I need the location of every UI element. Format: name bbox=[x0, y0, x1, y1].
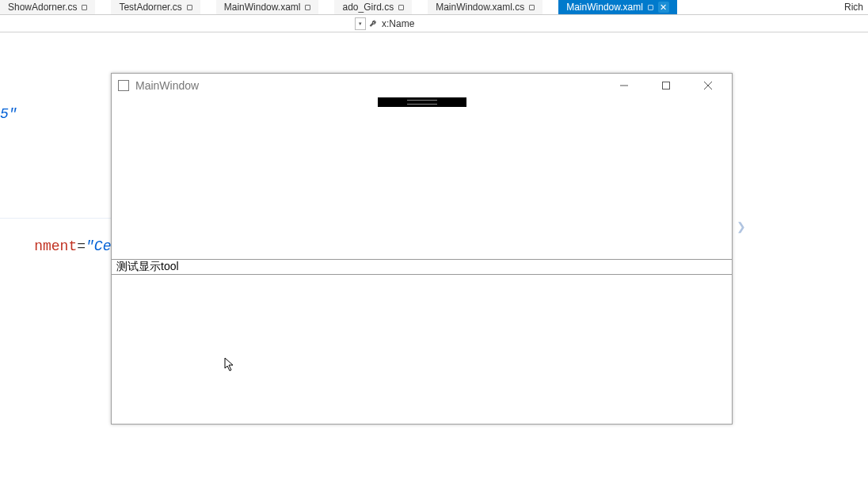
wrench-icon bbox=[369, 19, 379, 29]
tab-showadorner[interactable]: ShowAdorner.cs bbox=[0, 0, 95, 14]
tab-mainwindow-xaml[interactable]: MainWindow.xaml bbox=[216, 0, 319, 14]
pin-icon[interactable] bbox=[529, 5, 535, 10]
window-icon bbox=[118, 80, 129, 91]
editor-tab-strip: ShowAdorner.cs TestAdorner.cs MainWindow… bbox=[0, 0, 868, 15]
close-button[interactable] bbox=[690, 74, 725, 97]
pin-icon[interactable] bbox=[187, 5, 192, 10]
close-icon[interactable]: ✕ bbox=[658, 2, 669, 13]
tab-label: TestAdorner.cs bbox=[119, 2, 181, 13]
window-titlebar[interactable]: MainWindow bbox=[112, 74, 732, 97]
tab-mainwindow-xaml-active[interactable]: MainWindow.xaml ✕ bbox=[558, 0, 677, 14]
tab-ado-gird[interactable]: ado_Gird.cs bbox=[334, 0, 412, 14]
window-top-pane bbox=[112, 107, 732, 259]
tab-label: MainWindow.xaml bbox=[566, 2, 643, 13]
pin-icon[interactable] bbox=[648, 5, 653, 10]
svg-rect-1 bbox=[662, 82, 669, 89]
test-textbox[interactable] bbox=[112, 260, 732, 274]
drag-handle-icon[interactable] bbox=[378, 97, 466, 107]
window-title: MainWindow bbox=[135, 79, 199, 92]
pin-icon[interactable] bbox=[398, 5, 404, 10]
dropdown-icon[interactable]: ▾ bbox=[355, 17, 366, 30]
pin-icon[interactable] bbox=[305, 5, 310, 10]
tab-mainwindow-xaml-cs[interactable]: MainWindow.xaml.cs bbox=[428, 0, 542, 14]
marker-icon: ❯ bbox=[737, 220, 746, 233]
tab-label: MainWindow.xaml bbox=[224, 2, 301, 13]
tab-label: MainWindow.xaml.cs bbox=[436, 2, 524, 13]
ruler-line bbox=[0, 218, 111, 219]
tab-label: ado_Gird.cs bbox=[342, 2, 394, 13]
pin-icon[interactable] bbox=[82, 5, 87, 10]
tab-testadorner[interactable]: TestAdorner.cs bbox=[111, 0, 200, 14]
tab-label: ShowAdorner.cs bbox=[8, 2, 77, 13]
tab-label: Rich bbox=[844, 2, 863, 13]
code-fragment: 5" bbox=[0, 106, 17, 122]
editor-subbar: ▾ x:Name bbox=[0, 15, 868, 32]
window-body bbox=[112, 97, 732, 424]
wpf-preview-window: MainWindow bbox=[111, 73, 733, 425]
textbox-row bbox=[112, 259, 732, 275]
minimize-button[interactable] bbox=[606, 74, 641, 97]
subbar-text: x:Name bbox=[382, 18, 414, 29]
tab-overflow[interactable]: Rich bbox=[839, 0, 868, 14]
maximize-button[interactable] bbox=[648, 74, 683, 97]
